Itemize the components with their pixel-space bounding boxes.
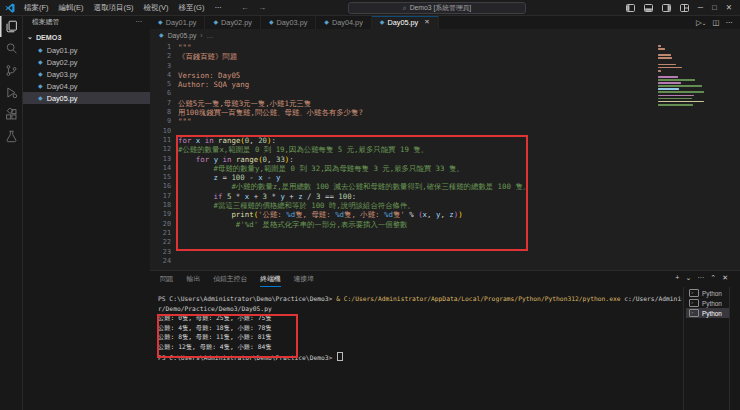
layout-sidebar-left-icon[interactable]	[626, 4, 635, 12]
code-line-3[interactable]: 3	[150, 62, 740, 71]
panel-scrollbar[interactable]	[729, 287, 730, 410]
code-editor[interactable]: 1"""2《百錢百雞》問題34Version: Day055Author: SQ…	[150, 41, 740, 272]
maximize-panel-icon[interactable]: ⌃	[710, 274, 716, 282]
terminal-instance-1[interactable]: >Python	[686, 288, 729, 298]
search-icon[interactable]	[0, 37, 22, 59]
terminal-list-divider	[683, 287, 684, 410]
menu-item-0[interactable]: 檔案(F)	[19, 3, 54, 12]
line-number: 17	[150, 192, 178, 201]
close-tab-icon[interactable]: ✕	[424, 18, 429, 26]
layout-sidebar-right-icon[interactable]	[662, 4, 671, 12]
code-line-5[interactable]: 5Author: SQA yang	[150, 80, 740, 89]
code-line-18[interactable]: 18 #當這三種雞的價格總和等於 100 時,說明該組合符合條件。	[150, 201, 740, 210]
line-number: 7	[150, 99, 178, 108]
maximize-button[interactable]: □	[712, 0, 717, 15]
code-line-22[interactable]: 22	[150, 238, 740, 247]
code-line-24[interactable]: 24	[150, 257, 740, 266]
code-line-21[interactable]: 21	[150, 229, 740, 238]
tab-day01-py[interactable]: ◆Day01.py	[150, 15, 205, 29]
customize-layout-icon[interactable]	[680, 4, 689, 12]
file-item-day05-py[interactable]: ◆Day05.py	[23, 92, 150, 104]
chevron-down-icon: ⌄	[27, 33, 33, 41]
menu-item-4[interactable]: 移至(G)	[174, 3, 210, 12]
explorer-more-actions-icon[interactable]: ⋯	[135, 18, 142, 26]
panel-tab-偵錯主控台[interactable]: 偵錯主控台	[213, 271, 247, 287]
source-control-icon[interactable]	[0, 59, 22, 81]
code-line-4[interactable]: 4Version: Day05	[150, 71, 740, 80]
new-terminal-icon[interactable]: +	[675, 274, 679, 282]
terminal-instance-3[interactable]: >Python	[686, 308, 729, 318]
panel-tab-問題[interactable]: 問題	[160, 271, 174, 287]
minimize-button[interactable]: ─	[698, 0, 703, 15]
testing-icon[interactable]	[0, 125, 22, 147]
terminal-instance-list: >Python>Python>Python	[686, 288, 729, 318]
file-item-day02-py[interactable]: ◆Day02.py	[23, 56, 150, 68]
file-name: Day03.py	[47, 70, 78, 79]
file-item-day01-py[interactable]: ◆Day01.py	[23, 44, 150, 56]
terminal-line-2: r/Demo/Practice/Demo3/Day05.py	[158, 304, 682, 314]
code-line-20[interactable]: 20 #'%d' 是格式化字串的一部分,表示要插入一個整數	[150, 220, 740, 229]
panel-tab-輸出[interactable]: 輸出	[187, 271, 201, 287]
code-text: """	[178, 117, 191, 126]
code-line-10[interactable]: 10	[150, 127, 740, 136]
editor-tab-bar: ◆Day01.py◆Day02.py◆Day03.py◆Day04.py◆Day…	[150, 15, 740, 29]
close-window-button[interactable]: ✕	[726, 0, 732, 15]
nav-back-icon[interactable]: ←	[241, 3, 249, 12]
code-line-15[interactable]: 15 z = 100 - x - y	[150, 173, 740, 182]
code-line-13[interactable]: 13 for y in range(0, 33):	[150, 155, 740, 164]
menu-item-2[interactable]: 選取項目(S)	[89, 3, 139, 12]
code-text: for x in range(0, 20):	[178, 136, 276, 145]
panel-tab-連接埠[interactable]: 連接埠	[294, 271, 314, 287]
terminal-more-actions-icon[interactable]: ⋯	[697, 274, 704, 282]
menu-item-1[interactable]: 編輯(E)	[54, 3, 89, 12]
code-line-23[interactable]: 23	[150, 248, 740, 257]
code-line-11[interactable]: 11for x in range(0, 20):	[150, 136, 740, 145]
menu-item-3[interactable]: 檢視(V)	[139, 3, 174, 12]
line-number: 13	[150, 155, 178, 164]
code-line-19[interactable]: 19 print('公雞: %d隻, 母雞: %d隻, 小雞: %d隻' % (…	[150, 210, 740, 219]
terminal-line-1: PS C:\Users\Administrator\Demo\Practice\…	[158, 294, 682, 304]
close-panel-icon[interactable]: ✕	[722, 274, 728, 282]
code-line-7[interactable]: 7公雞5元一隻,母雞3元一隻,小雞1元三隻	[150, 99, 740, 108]
code-line-2[interactable]: 2《百錢百雞》問題	[150, 52, 740, 61]
code-line-9[interactable]: 9"""	[150, 117, 740, 126]
code-line-17[interactable]: 17 if 5 * x + 3 * y + z / 3 == 100:	[150, 192, 740, 201]
terminal-instance-label: Python	[702, 310, 722, 317]
tab-day03-py[interactable]: ◆Day03.py	[261, 15, 316, 29]
terminal-icon: >	[689, 309, 699, 317]
layout-panel-icon[interactable]	[644, 4, 653, 12]
code-line-12[interactable]: 12#公雞的數量x,範圍是 0 到 19,因為公雞每隻 5 元,最多只能買 19…	[150, 145, 740, 154]
terminal-instance-2[interactable]: >Python	[686, 298, 729, 308]
menu-item-5[interactable]: ⋯	[209, 3, 227, 12]
nav-forward-icon[interactable]: →	[258, 3, 266, 12]
python-file-icon: ◆	[38, 71, 43, 77]
folder-name: DEMO3	[36, 33, 62, 42]
folder-section-demo3[interactable]: ⌄ DEMO3	[23, 31, 150, 44]
code-line-8[interactable]: 8用100塊錢買一百隻雞,問公雞、母雞、小雞各有多少隻?	[150, 108, 740, 117]
code-line-14[interactable]: 14 #母雞的數量y,範圍是 0 到 32,因為母雞每隻 3 元,最多只能買 3…	[150, 164, 740, 173]
launch-profile-dropdown-icon[interactable]: ⌄	[685, 274, 691, 282]
run-and-debug-icon[interactable]	[0, 81, 22, 103]
file-item-day04-py[interactable]: ◆Day04.py	[23, 80, 150, 92]
extensions-icon[interactable]	[0, 103, 22, 125]
terminal-line-3: 公雞: 0隻, 母雞: 25隻, 小雞: 75隻	[158, 313, 682, 323]
code-line-16[interactable]: 16 #小雞的數量z,是用總數 100 減去公雞和母雞的數量得到,確保三種雞的總…	[150, 182, 740, 191]
split-editor-icon[interactable]: ◫	[712, 18, 719, 27]
run-python-file-button[interactable]: ▷⌄	[696, 18, 706, 27]
python-file-icon: ◆	[38, 59, 43, 65]
panel-tab-active-terminal[interactable]: 終端機	[260, 271, 280, 287]
code-line-1[interactable]: 1"""	[150, 43, 740, 52]
breadcrumb[interactable]: ◆ Day05.py › …	[150, 29, 740, 41]
tab-day02-py[interactable]: ◆Day02.py	[205, 15, 260, 29]
command-center-search[interactable]: ⌕ Demo3 [系統管理員]	[348, 2, 526, 14]
editor-more-actions-icon[interactable]: ⋯	[726, 18, 734, 27]
terminal-cursor	[337, 352, 343, 361]
terminal-output[interactable]: PS C:\Users\Administrator\Demo\Practice\…	[158, 294, 682, 409]
tab-day05-py[interactable]: ◆Day05.py✕	[372, 15, 439, 29]
explorer-icon[interactable]	[0, 15, 22, 37]
code-line-6[interactable]: 6	[150, 89, 740, 98]
tab-day04-py[interactable]: ◆Day04.py	[316, 15, 371, 29]
file-name: Day02.py	[47, 58, 78, 67]
file-item-day03-py[interactable]: ◆Day03.py	[23, 68, 150, 80]
minimap[interactable]	[658, 45, 708, 119]
